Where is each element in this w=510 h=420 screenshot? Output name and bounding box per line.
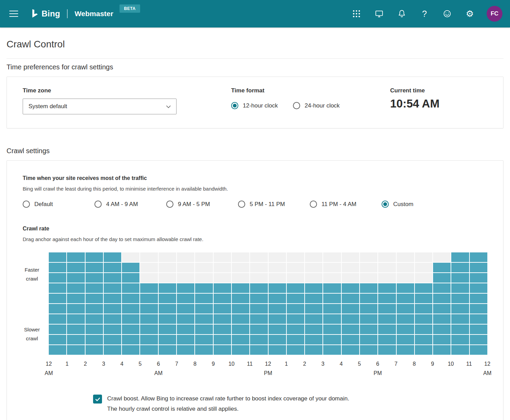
crawl-rate-cell[interactable] xyxy=(250,335,268,344)
crawl-rate-cell[interactable] xyxy=(122,263,139,272)
crawl-rate-cell[interactable] xyxy=(287,325,304,334)
crawl-rate-cell[interactable] xyxy=(360,335,377,344)
crawl-rate-cell[interactable] xyxy=(360,325,377,334)
crawl-rate-cell[interactable] xyxy=(360,263,377,272)
crawl-rate-cell[interactable] xyxy=(269,263,286,272)
crawl-rate-cell[interactable] xyxy=(451,273,469,283)
crawl-rate-cell[interactable] xyxy=(214,252,231,262)
crawl-rate-cell[interactable] xyxy=(67,304,84,314)
traffic-time-radio-9-am-5-pm[interactable]: 9 AM - 5 PM xyxy=(166,201,238,208)
crawl-rate-cell[interactable] xyxy=(86,294,103,303)
crawl-rate-cell[interactable] xyxy=(177,325,194,334)
crawl-rate-cell[interactable] xyxy=(342,325,359,334)
crawl-rate-cell[interactable] xyxy=(342,335,359,344)
crawl-rate-cell[interactable] xyxy=(250,263,268,272)
crawl-rate-cell[interactable] xyxy=(451,325,469,334)
crawl-rate-cell[interactable] xyxy=(86,325,103,334)
crawl-rate-cell[interactable] xyxy=(104,252,121,262)
crawl-rate-cell[interactable] xyxy=(214,335,231,344)
crawl-rate-cell[interactable] xyxy=(360,304,377,314)
crawl-rate-cell[interactable] xyxy=(250,304,268,314)
crawl-rate-cell[interactable] xyxy=(104,273,121,283)
crawl-rate-cell[interactable] xyxy=(86,314,103,324)
crawl-rate-cell[interactable] xyxy=(433,314,451,324)
crawl-rate-cell[interactable] xyxy=(342,273,359,283)
crawl-rate-cell[interactable] xyxy=(140,335,158,344)
crawl-rate-cell[interactable] xyxy=(49,273,66,283)
crawl-rate-cell[interactable] xyxy=(140,283,158,293)
crawl-rate-cell[interactable] xyxy=(86,335,103,344)
crawl-rate-cell[interactable] xyxy=(378,335,396,344)
crawl-rate-cell[interactable] xyxy=(232,345,249,355)
crawl-rate-cell[interactable] xyxy=(433,273,451,283)
crawl-rate-cell[interactable] xyxy=(86,304,103,314)
time-format-radio-12-hour-clock[interactable]: 12-hour clock xyxy=(231,102,278,109)
crawl-rate-cell[interactable] xyxy=(195,304,213,314)
crawl-rate-cell[interactable] xyxy=(470,252,487,262)
crawl-rate-cell[interactable] xyxy=(195,335,213,344)
crawl-rate-cell[interactable] xyxy=(323,294,341,303)
crawl-rate-cell[interactable] xyxy=(122,314,139,324)
crawl-rate-cell[interactable] xyxy=(323,304,341,314)
crawl-rate-cell[interactable] xyxy=(140,273,158,283)
crawl-rate-cell[interactable] xyxy=(250,314,268,324)
crawl-rate-cell[interactable] xyxy=(140,345,158,355)
crawl-rate-cell[interactable] xyxy=(378,263,396,272)
crawl-rate-cell[interactable] xyxy=(214,304,231,314)
crawl-rate-cell[interactable] xyxy=(397,273,414,283)
crawl-rate-cell[interactable] xyxy=(287,314,304,324)
crawl-rate-cell[interactable] xyxy=(195,263,213,272)
crawl-rate-cell[interactable] xyxy=(342,283,359,293)
crawl-rate-cell[interactable] xyxy=(49,252,66,262)
crawl-rate-cell[interactable] xyxy=(269,273,286,283)
crawl-rate-cell[interactable] xyxy=(397,294,414,303)
crawl-rate-cell[interactable] xyxy=(232,304,249,314)
crawl-rate-cell[interactable] xyxy=(250,283,268,293)
crawl-rate-cell[interactable] xyxy=(451,263,469,272)
crawl-rate-cell[interactable] xyxy=(177,345,194,355)
crawl-rate-cell[interactable] xyxy=(323,325,341,334)
crawl-rate-cell[interactable] xyxy=(250,273,268,283)
crawl-rate-cell[interactable] xyxy=(470,304,487,314)
crawl-rate-cell[interactable] xyxy=(104,345,121,355)
traffic-time-radio-5-pm-11-pm[interactable]: 5 PM - 11 PM xyxy=(238,201,310,208)
crawl-rate-cell[interactable] xyxy=(122,273,139,283)
crawl-rate-cell[interactable] xyxy=(122,325,139,334)
help-icon[interactable]: ? xyxy=(417,7,432,21)
crawl-rate-cell[interactable] xyxy=(177,304,194,314)
crawl-rate-cell[interactable] xyxy=(122,335,139,344)
crawl-rate-cell[interactable] xyxy=(195,252,213,262)
crawl-rate-cell[interactable] xyxy=(305,335,322,344)
crawl-rate-cell[interactable] xyxy=(305,294,322,303)
crawl-rate-cell[interactable] xyxy=(451,304,469,314)
crawl-rate-cell[interactable] xyxy=(232,335,249,344)
crawl-rate-cell[interactable] xyxy=(451,314,469,324)
crawl-rate-cell[interactable] xyxy=(49,335,66,344)
time-format-radio-24-hour-clock[interactable]: 24-hour clock xyxy=(293,102,340,109)
crawl-rate-cell[interactable] xyxy=(177,273,194,283)
crawl-rate-cell[interactable] xyxy=(159,304,176,314)
crawl-rate-cell[interactable] xyxy=(86,263,103,272)
crawl-rate-cell[interactable] xyxy=(323,273,341,283)
traffic-time-radio-11-pm-4-am[interactable]: 11 PM - 4 AM xyxy=(310,201,382,208)
crawl-rate-cell[interactable] xyxy=(378,294,396,303)
crawl-rate-cell[interactable] xyxy=(177,252,194,262)
crawl-rate-cell[interactable] xyxy=(415,335,432,344)
feedback-smiley-icon[interactable] xyxy=(440,7,454,21)
crawl-rate-cell[interactable] xyxy=(470,325,487,334)
crawl-rate-cell[interactable] xyxy=(397,345,414,355)
crawl-rate-cell[interactable] xyxy=(140,263,158,272)
crawl-rate-cell[interactable] xyxy=(159,314,176,324)
crawl-rate-cell[interactable] xyxy=(305,283,322,293)
crawl-rate-cell[interactable] xyxy=(159,345,176,355)
crawl-rate-cell[interactable] xyxy=(232,263,249,272)
crawl-rate-cell[interactable] xyxy=(232,273,249,283)
crawl-rate-cell[interactable] xyxy=(433,345,451,355)
crawl-rate-cell[interactable] xyxy=(140,304,158,314)
crawl-rate-cell[interactable] xyxy=(287,294,304,303)
crawl-rate-cell[interactable] xyxy=(67,263,84,272)
crawl-rate-cell[interactable] xyxy=(360,283,377,293)
crawl-rate-cell[interactable] xyxy=(397,314,414,324)
crawl-rate-cell[interactable] xyxy=(250,252,268,262)
crawl-rate-cell[interactable] xyxy=(342,314,359,324)
